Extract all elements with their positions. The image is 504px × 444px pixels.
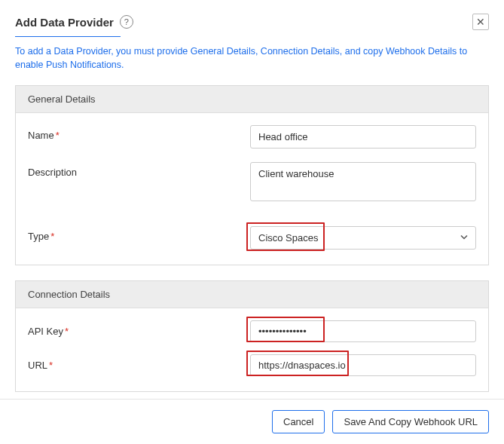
type-field: Cisco Spaces (250, 226, 476, 250)
required-asterisk: * (50, 231, 54, 242)
required-asterisk: * (49, 360, 53, 371)
name-row: Name* (28, 125, 476, 149)
apikey-label-text: API Key (28, 326, 63, 337)
required-asterisk: * (56, 130, 60, 141)
required-asterisk: * (65, 326, 69, 337)
connection-details-section: Connection Details API Key* URL* (15, 280, 489, 392)
apikey-label: API Key* (28, 326, 250, 337)
dialog-title: Add Data Provider (15, 16, 114, 29)
title-wrap: Add Data Provider ? (15, 15, 133, 29)
general-details-body: Name* Description Client warehouse Type*… (16, 113, 488, 265)
close-icon: ✕ (476, 16, 485, 28)
apikey-input[interactable] (250, 320, 476, 342)
cancel-button[interactable]: Cancel (272, 410, 325, 433)
url-row: URL* (28, 354, 476, 376)
url-field (250, 354, 476, 376)
apikey-row: API Key* (28, 320, 476, 342)
help-icon[interactable]: ? (120, 15, 133, 29)
name-label-text: Name (28, 130, 54, 141)
general-details-section: General Details Name* Description Client… (15, 85, 489, 265)
url-input[interactable] (250, 354, 476, 376)
apikey-field (250, 320, 476, 342)
url-label: URL* (28, 360, 250, 371)
connection-details-body: API Key* URL* (16, 308, 488, 391)
save-button[interactable]: Save And Copy Webhook URL (332, 410, 489, 433)
name-input[interactable] (250, 125, 476, 149)
general-details-header: General Details (16, 86, 488, 113)
title-underline (15, 36, 121, 37)
url-label-text: URL (28, 360, 47, 371)
description-label: Description (28, 162, 250, 178)
close-button[interactable]: ✕ (472, 14, 489, 30)
add-data-provider-dialog: Add Data Provider ? ✕ To add a Data Prov… (0, 0, 504, 392)
dialog-footer: Cancel Save And Copy Webhook URL (0, 399, 504, 444)
description-row: Description Client warehouse (28, 162, 476, 204)
type-select[interactable]: Cisco Spaces (250, 226, 476, 250)
description-input[interactable]: Client warehouse (250, 162, 476, 201)
description-field: Client warehouse (250, 162, 476, 204)
connection-details-header: Connection Details (16, 281, 488, 308)
dialog-header: Add Data Provider ? ✕ (15, 14, 489, 30)
name-field (250, 125, 476, 149)
type-label-text: Type (28, 231, 49, 242)
type-row: Type* Cisco Spaces (28, 226, 476, 250)
info-text: To add a Data Provider, you must provide… (15, 44, 489, 72)
type-label: Type* (28, 226, 250, 242)
name-label: Name* (28, 125, 250, 141)
